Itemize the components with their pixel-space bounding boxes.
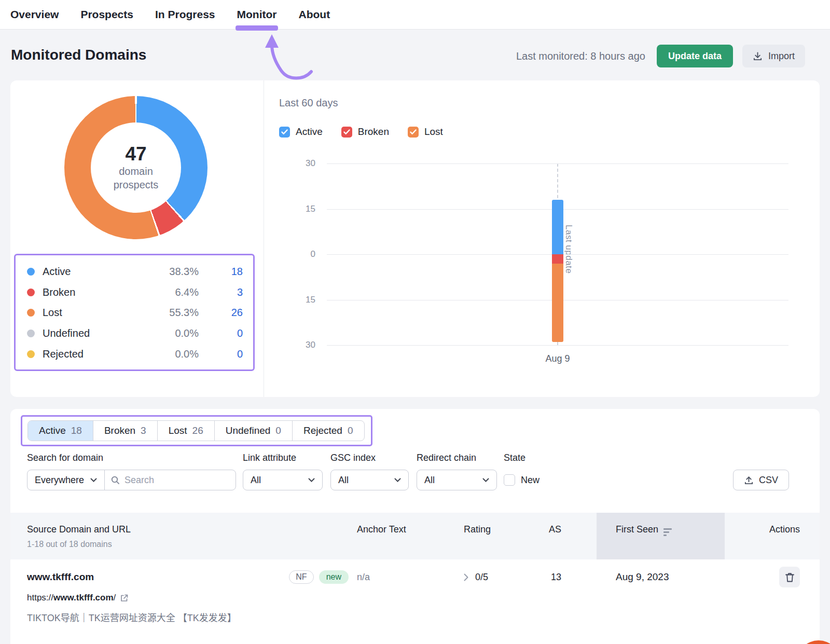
legend-count[interactable]: 18 xyxy=(199,266,243,278)
search-input[interactable] xyxy=(125,475,223,486)
legend-percent: 0.0% xyxy=(136,327,199,339)
legend-row-active: Active38.3%18 xyxy=(27,262,243,282)
timeline-filters: ActiveBrokenLost xyxy=(279,126,443,138)
col-rating: Rating xyxy=(453,513,537,559)
external-link-icon xyxy=(120,594,129,602)
col-first-seen[interactable]: First Seen xyxy=(597,513,725,559)
nav-item-prospects[interactable]: Prospects xyxy=(80,0,133,29)
filter-label: Active xyxy=(296,126,323,138)
top-nav: OverviewProspectsIn ProgressMonitorAbout xyxy=(0,0,830,30)
col-anchor: Anchor Text xyxy=(357,513,453,559)
gridline xyxy=(327,163,789,164)
filter-checkbox-lost[interactable]: Lost xyxy=(408,126,443,138)
gridline xyxy=(327,345,789,346)
source-url[interactable]: https://www.tkfff.com/ xyxy=(27,593,129,603)
legend-count[interactable]: 3 xyxy=(199,286,243,298)
nav-item-monitor[interactable]: Monitor xyxy=(237,0,277,29)
filter-label: Broken xyxy=(358,126,389,138)
legend-label: Broken xyxy=(43,286,136,298)
as-cell: 13 xyxy=(537,572,597,583)
bar-segment-active xyxy=(552,200,563,254)
legend-row-lost: Lost55.3%26 xyxy=(27,303,243,323)
link-attribute-select[interactable]: All xyxy=(243,470,323,490)
anchor-text-cell: n/a xyxy=(357,572,453,583)
y-axis-tick: 0 xyxy=(293,249,315,259)
legend-count[interactable]: 0 xyxy=(199,327,243,339)
redirect-chain-label: Redirect chain xyxy=(417,453,476,463)
search-label: Search for domain xyxy=(27,453,103,463)
state-new-checkbox[interactable]: New xyxy=(504,474,540,486)
col-actions: Actions xyxy=(725,513,820,559)
legend-row-undefined: Undefined0.0%0 xyxy=(27,323,243,344)
trash-icon xyxy=(785,572,794,582)
nav-item-about[interactable]: About xyxy=(298,0,330,29)
filter-checkbox-broken[interactable]: Broken xyxy=(341,126,389,138)
domain-search-group: Everywhere xyxy=(27,470,236,490)
legend-row-rejected: Rejected0.0%0 xyxy=(27,344,243,364)
timeline-title: Last 60 days xyxy=(279,97,338,109)
bar-segment-lost xyxy=(552,264,563,342)
legend-percent: 55.3% xyxy=(136,307,199,319)
checkbox-checked-icon xyxy=(408,127,419,138)
bar-segment-broken xyxy=(552,254,563,264)
timeline-panel: Last 60 days ActiveBrokenLost Last updat… xyxy=(264,80,820,397)
search-icon xyxy=(111,476,120,485)
y-axis-tick: 15 xyxy=(293,204,315,214)
chevron-down-icon xyxy=(394,478,401,483)
update-data-button[interactable]: Update data xyxy=(657,45,733,67)
pagination-info: 1-18 out of 18 domains xyxy=(27,540,357,549)
tab-active[interactable]: Active18 xyxy=(28,421,93,441)
tab-undefined[interactable]: Undefined0 xyxy=(214,421,292,441)
chevron-down-icon xyxy=(308,478,315,483)
legend-label: Active xyxy=(43,266,136,278)
check-icon xyxy=(343,129,350,135)
filter-label: Lost xyxy=(424,126,443,138)
page-title: Monitored Domains xyxy=(11,47,146,63)
checkbox-unchecked xyxy=(504,474,515,486)
timeline-chart: Last update Aug 9 301501530 xyxy=(327,163,789,345)
delete-button[interactable] xyxy=(779,567,800,587)
tab-rejected[interactable]: Rejected0 xyxy=(292,421,364,441)
lost-dot-icon xyxy=(27,309,35,317)
legend-count[interactable]: 26 xyxy=(199,307,243,319)
nav-item-in-progress[interactable]: In Progress xyxy=(155,0,215,29)
filter-checkbox-active[interactable]: Active xyxy=(279,126,323,138)
check-icon xyxy=(281,129,288,135)
last-update-label: Last update xyxy=(563,225,574,273)
tab-lost[interactable]: Lost26 xyxy=(157,421,214,441)
domain-link[interactable]: www.tkfff.com xyxy=(27,571,94,583)
donut-total: 47 xyxy=(125,144,146,165)
header-actions: Last monitored: 8 hours ago Update data … xyxy=(516,45,805,67)
tab-broken[interactable]: Broken3 xyxy=(93,421,157,441)
sort-descending-icon xyxy=(663,528,672,536)
status-tabs: Active18Broken3Lost26Undefined0Rejected0 xyxy=(27,420,365,441)
download-icon xyxy=(753,51,763,61)
import-button[interactable]: Import xyxy=(742,45,805,67)
nav-items: OverviewProspectsIn ProgressMonitorAbout xyxy=(10,0,330,29)
active-dot-icon xyxy=(27,268,35,276)
col-source: Source Domain and URL 1-18 out of 18 dom… xyxy=(27,513,357,559)
legend-label: Rejected xyxy=(43,348,136,360)
gsc-index-select[interactable]: All xyxy=(330,470,409,490)
donut-panel: 47 domain prospects Active38.3%18Broken6… xyxy=(10,80,264,397)
check-icon xyxy=(410,129,417,135)
export-csv-button[interactable]: CSV xyxy=(733,470,789,490)
broken-dot-icon xyxy=(27,289,35,296)
redirect-chain-select[interactable]: All xyxy=(417,470,497,490)
rating-cell[interactable]: 0/5 xyxy=(453,572,537,583)
table-row[interactable]: www.tkfff.com NF new n/a 0/5 13 Aug 9, 2… xyxy=(10,559,820,644)
nav-item-overview[interactable]: Overview xyxy=(10,0,59,29)
chevron-down-icon xyxy=(482,478,489,483)
search-scope-select[interactable]: Everywhere xyxy=(27,470,105,490)
monitored-domains-page: OverviewProspectsIn ProgressMonitorAbout… xyxy=(0,0,830,644)
rejected-dot-icon xyxy=(27,350,35,358)
overview-card: 47 domain prospects Active38.3%18Broken6… xyxy=(10,80,820,397)
source-cell: www.tkfff.com NF new xyxy=(27,570,357,584)
gsc-index-label: GSC index xyxy=(330,453,376,463)
legend-count[interactable]: 0 xyxy=(199,348,243,360)
status-tabs-highlight: Active18Broken3Lost26Undefined0Rejected0 xyxy=(21,415,372,446)
nofollow-badge: NF xyxy=(289,570,313,584)
undefined-dot-icon xyxy=(27,330,35,337)
page-title-text: TIKTOK导航｜TK运营网址资源大全 【TK发发发】 xyxy=(27,610,237,624)
donut-center: 47 domain prospects xyxy=(91,122,181,213)
